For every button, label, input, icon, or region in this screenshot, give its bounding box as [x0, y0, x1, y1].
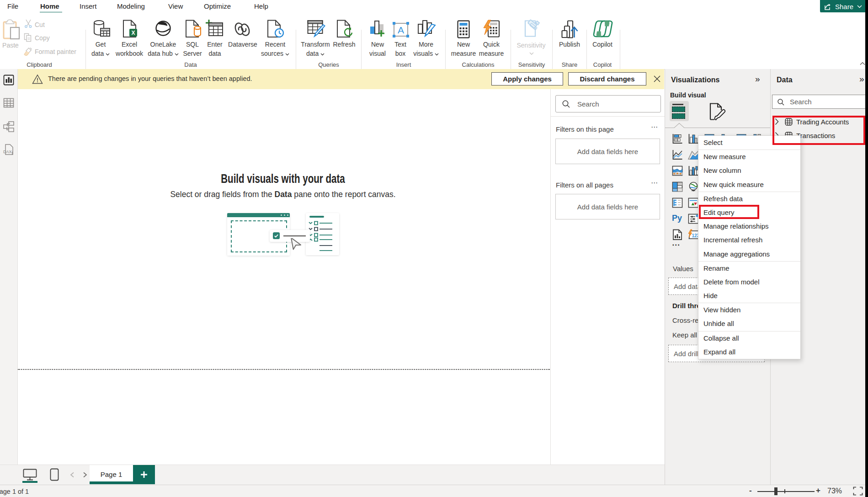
svg-text:DAX: DAX — [3, 150, 12, 154]
svg-text:A: A — [398, 25, 404, 35]
svg-text:X: X — [131, 30, 135, 36]
